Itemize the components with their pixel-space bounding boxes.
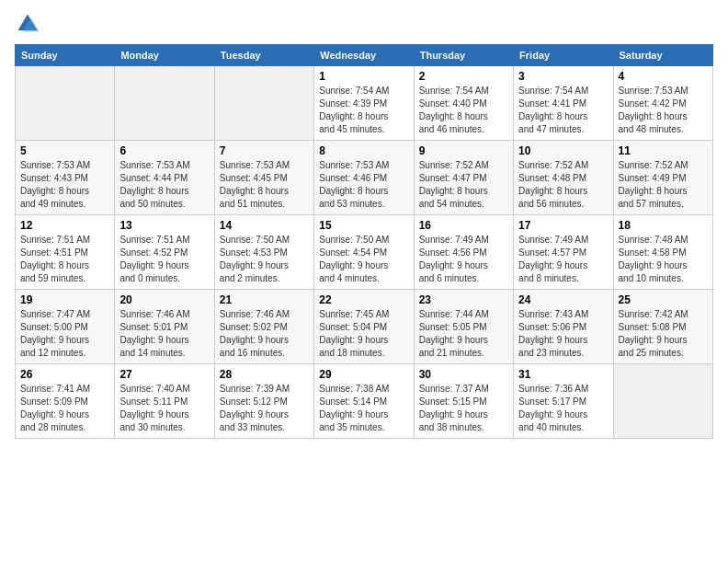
day-number: 31 bbox=[518, 368, 608, 381]
day-info: Sunrise: 7:36 AM Sunset: 5:17 PM Dayligh… bbox=[518, 383, 608, 434]
day-number: 7 bbox=[220, 144, 309, 157]
day-info: Sunrise: 7:54 AM Sunset: 4:41 PM Dayligh… bbox=[518, 85, 608, 136]
day-number: 30 bbox=[419, 368, 508, 381]
calendar-cell bbox=[613, 364, 712, 439]
day-info: Sunrise: 7:41 AM Sunset: 5:09 PM Dayligh… bbox=[20, 383, 109, 434]
page-header bbox=[15, 11, 713, 37]
calendar-cell: 17Sunrise: 7:49 AM Sunset: 4:57 PM Dayli… bbox=[514, 215, 613, 290]
day-number: 2 bbox=[419, 70, 508, 83]
day-info: Sunrise: 7:49 AM Sunset: 4:56 PM Dayligh… bbox=[419, 234, 508, 285]
calendar-week-4: 19Sunrise: 7:47 AM Sunset: 5:00 PM Dayli… bbox=[16, 290, 713, 364]
calendar-cell bbox=[214, 66, 313, 141]
page-container: SundayMondayTuesdayWednesdayThursdayFrid… bbox=[0, 0, 728, 446]
day-info: Sunrise: 7:50 AM Sunset: 4:54 PM Dayligh… bbox=[319, 234, 408, 285]
day-info: Sunrise: 7:53 AM Sunset: 4:46 PM Dayligh… bbox=[319, 159, 408, 211]
calendar-cell: 12Sunrise: 7:51 AM Sunset: 4:51 PM Dayli… bbox=[16, 215, 115, 290]
calendar-cell: 29Sunrise: 7:38 AM Sunset: 5:14 PM Dayli… bbox=[314, 364, 414, 439]
day-info: Sunrise: 7:52 AM Sunset: 4:48 PM Dayligh… bbox=[518, 159, 608, 211]
calendar-cell bbox=[115, 66, 214, 141]
day-number: 3 bbox=[518, 70, 608, 83]
day-number: 4 bbox=[619, 70, 708, 83]
logo-icon bbox=[15, 11, 40, 37]
day-number: 27 bbox=[119, 368, 209, 381]
calendar-header-row: SundayMondayTuesdayWednesdayThursdayFrid… bbox=[16, 45, 713, 66]
calendar-cell: 25Sunrise: 7:42 AM Sunset: 5:08 PM Dayli… bbox=[613, 290, 712, 364]
day-info: Sunrise: 7:42 AM Sunset: 5:08 PM Dayligh… bbox=[619, 308, 708, 360]
day-info: Sunrise: 7:53 AM Sunset: 4:42 PM Dayligh… bbox=[619, 85, 708, 136]
column-header-wednesday: Wednesday bbox=[314, 45, 414, 66]
calendar-table: SundayMondayTuesdayWednesdayThursdayFrid… bbox=[15, 44, 713, 439]
calendar-week-2: 5Sunrise: 7:53 AM Sunset: 4:43 PM Daylig… bbox=[16, 141, 713, 215]
calendar-cell: 16Sunrise: 7:49 AM Sunset: 4:56 PM Dayli… bbox=[414, 215, 513, 290]
calendar-cell: 9Sunrise: 7:52 AM Sunset: 4:47 PM Daylig… bbox=[414, 141, 513, 215]
calendar-cell: 5Sunrise: 7:53 AM Sunset: 4:43 PM Daylig… bbox=[16, 141, 115, 215]
day-info: Sunrise: 7:49 AM Sunset: 4:57 PM Dayligh… bbox=[518, 234, 608, 285]
day-info: Sunrise: 7:53 AM Sunset: 4:43 PM Dayligh… bbox=[20, 159, 109, 211]
column-header-friday: Friday bbox=[514, 45, 613, 66]
day-info: Sunrise: 7:54 AM Sunset: 4:40 PM Dayligh… bbox=[419, 85, 508, 136]
day-number: 12 bbox=[20, 219, 109, 232]
column-header-tuesday: Tuesday bbox=[214, 45, 313, 66]
day-info: Sunrise: 7:45 AM Sunset: 5:04 PM Dayligh… bbox=[319, 308, 408, 360]
column-header-saturday: Saturday bbox=[613, 45, 712, 66]
calendar-cell: 20Sunrise: 7:46 AM Sunset: 5:01 PM Dayli… bbox=[115, 290, 214, 364]
day-info: Sunrise: 7:54 AM Sunset: 4:39 PM Dayligh… bbox=[319, 85, 408, 136]
day-number: 20 bbox=[119, 293, 209, 306]
day-info: Sunrise: 7:47 AM Sunset: 5:00 PM Dayligh… bbox=[20, 308, 109, 360]
day-number: 25 bbox=[619, 293, 708, 306]
column-header-monday: Monday bbox=[115, 45, 214, 66]
calendar-cell: 14Sunrise: 7:50 AM Sunset: 4:53 PM Dayli… bbox=[214, 215, 313, 290]
calendar-cell: 13Sunrise: 7:51 AM Sunset: 4:52 PM Dayli… bbox=[115, 215, 214, 290]
calendar-cell: 23Sunrise: 7:44 AM Sunset: 5:05 PM Dayli… bbox=[414, 290, 513, 364]
column-header-sunday: Sunday bbox=[16, 45, 115, 66]
day-info: Sunrise: 7:50 AM Sunset: 4:53 PM Dayligh… bbox=[220, 234, 309, 285]
calendar-cell: 4Sunrise: 7:53 AM Sunset: 4:42 PM Daylig… bbox=[613, 66, 712, 141]
calendar-cell: 10Sunrise: 7:52 AM Sunset: 4:48 PM Dayli… bbox=[514, 141, 613, 215]
calendar-cell: 18Sunrise: 7:48 AM Sunset: 4:58 PM Dayli… bbox=[613, 215, 712, 290]
calendar-cell: 11Sunrise: 7:52 AM Sunset: 4:49 PM Dayli… bbox=[613, 141, 712, 215]
day-number: 21 bbox=[220, 293, 309, 306]
day-number: 23 bbox=[419, 293, 508, 306]
day-info: Sunrise: 7:48 AM Sunset: 4:58 PM Dayligh… bbox=[619, 234, 708, 285]
day-info: Sunrise: 7:46 AM Sunset: 5:02 PM Dayligh… bbox=[220, 308, 309, 360]
day-number: 16 bbox=[419, 219, 508, 232]
calendar-cell: 7Sunrise: 7:53 AM Sunset: 4:45 PM Daylig… bbox=[214, 141, 313, 215]
day-number: 10 bbox=[518, 144, 608, 157]
day-number: 14 bbox=[220, 219, 309, 232]
day-number: 9 bbox=[419, 144, 508, 157]
logo bbox=[15, 11, 44, 37]
day-info: Sunrise: 7:38 AM Sunset: 5:14 PM Dayligh… bbox=[319, 383, 408, 434]
calendar-cell: 1Sunrise: 7:54 AM Sunset: 4:39 PM Daylig… bbox=[314, 66, 414, 141]
day-number: 17 bbox=[518, 219, 608, 232]
calendar-cell: 3Sunrise: 7:54 AM Sunset: 4:41 PM Daylig… bbox=[514, 66, 613, 141]
column-header-thursday: Thursday bbox=[414, 45, 513, 66]
calendar-week-3: 12Sunrise: 7:51 AM Sunset: 4:51 PM Dayli… bbox=[16, 215, 713, 290]
day-info: Sunrise: 7:51 AM Sunset: 4:51 PM Dayligh… bbox=[20, 234, 109, 285]
calendar-cell: 19Sunrise: 7:47 AM Sunset: 5:00 PM Dayli… bbox=[16, 290, 115, 364]
day-number: 1 bbox=[319, 70, 408, 83]
day-number: 5 bbox=[20, 144, 109, 157]
calendar-cell: 28Sunrise: 7:39 AM Sunset: 5:12 PM Dayli… bbox=[214, 364, 313, 439]
day-number: 22 bbox=[319, 293, 408, 306]
day-info: Sunrise: 7:46 AM Sunset: 5:01 PM Dayligh… bbox=[119, 308, 209, 360]
day-info: Sunrise: 7:51 AM Sunset: 4:52 PM Dayligh… bbox=[119, 234, 209, 285]
calendar-week-1: 1Sunrise: 7:54 AM Sunset: 4:39 PM Daylig… bbox=[16, 66, 713, 141]
day-number: 18 bbox=[619, 219, 708, 232]
calendar-cell: 21Sunrise: 7:46 AM Sunset: 5:02 PM Dayli… bbox=[214, 290, 313, 364]
day-number: 8 bbox=[319, 144, 408, 157]
day-info: Sunrise: 7:37 AM Sunset: 5:15 PM Dayligh… bbox=[419, 383, 508, 434]
day-number: 29 bbox=[319, 368, 408, 381]
calendar-cell: 15Sunrise: 7:50 AM Sunset: 4:54 PM Dayli… bbox=[314, 215, 414, 290]
calendar-cell: 22Sunrise: 7:45 AM Sunset: 5:04 PM Dayli… bbox=[314, 290, 414, 364]
day-number: 15 bbox=[319, 219, 408, 232]
day-info: Sunrise: 7:53 AM Sunset: 4:44 PM Dayligh… bbox=[119, 159, 209, 211]
day-info: Sunrise: 7:44 AM Sunset: 5:05 PM Dayligh… bbox=[419, 308, 508, 360]
day-info: Sunrise: 7:52 AM Sunset: 4:49 PM Dayligh… bbox=[619, 159, 708, 211]
calendar-cell: 6Sunrise: 7:53 AM Sunset: 4:44 PM Daylig… bbox=[115, 141, 214, 215]
day-info: Sunrise: 7:40 AM Sunset: 5:11 PM Dayligh… bbox=[119, 383, 209, 434]
calendar-cell: 27Sunrise: 7:40 AM Sunset: 5:11 PM Dayli… bbox=[115, 364, 214, 439]
day-number: 13 bbox=[119, 219, 209, 232]
day-number: 26 bbox=[20, 368, 109, 381]
calendar-cell: 24Sunrise: 7:43 AM Sunset: 5:06 PM Dayli… bbox=[514, 290, 613, 364]
calendar-cell: 31Sunrise: 7:36 AM Sunset: 5:17 PM Dayli… bbox=[514, 364, 613, 439]
